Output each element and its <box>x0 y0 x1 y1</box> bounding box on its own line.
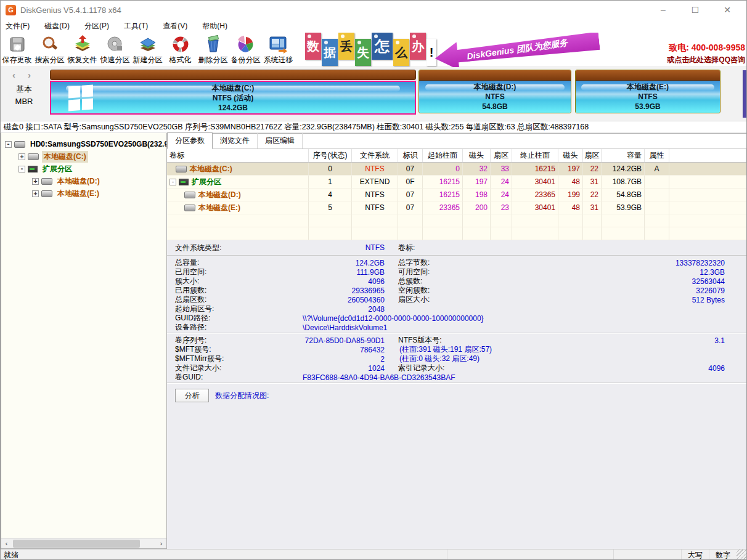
toolbar-label: 搜索分区 <box>35 55 65 65</box>
detail-row: 卷序列号:72DA-85D0-DA85-90D1 NTFS版本号:3.1 <box>167 335 746 344</box>
analyze-button[interactable]: 分析 <box>175 389 209 402</box>
partition-block-e[interactable]: 本地磁盘(E:) NTFS 53.9GB <box>575 70 720 113</box>
tree-item-extended-partition[interactable]: - 扩展分区 <box>1 163 166 175</box>
new-partition-button[interactable]: 新建分区 <box>131 33 164 67</box>
partition-d-name: 本地磁盘(D:) <box>474 82 516 92</box>
windows-logo-icon <box>68 84 93 111</box>
toolbar-label: 恢复文件 <box>68 55 97 65</box>
delete-partition-icon <box>203 34 224 55</box>
close-button[interactable]: ✕ <box>720 5 734 15</box>
menu-tools[interactable]: 工具(T) <box>124 21 148 31</box>
system-migrate-icon <box>268 34 289 55</box>
detail-row: 文件记录大小:1024 索引记录大小:4096 <box>167 363 746 372</box>
save-icon <box>7 34 28 55</box>
banner-tile: 怎 <box>372 33 393 60</box>
expand-icon[interactable]: + <box>18 153 25 160</box>
quick-partition-button[interactable]: 快速分区 <box>99 33 131 67</box>
tab-partition-parameters[interactable]: 分区参数 <box>167 132 213 149</box>
partition-block-d[interactable]: 本地磁盘(D:) NTFS 54.8GB <box>418 70 571 113</box>
table-row-local-disk-e[interactable]: 本地磁盘(E:) 5 NTFS 07 23365 200 23 30401 48… <box>167 201 746 214</box>
next-disk-edge <box>743 70 746 118</box>
detail-row: 总容量:124.2GB 总字节数:133378232320 <box>167 258 746 267</box>
toolbar-label: 删除分区 <box>198 55 228 65</box>
save-changes-button[interactable]: 保存更改 <box>1 33 33 67</box>
toolbar-label: 快速分区 <box>100 55 130 65</box>
tab-browse-files[interactable]: 浏览文件 <box>213 133 258 148</box>
partition-c-size: 124.2GB <box>212 103 255 113</box>
scroll-right-icon[interactable]: › <box>156 540 166 547</box>
table-row-local-disk-d[interactable]: 本地磁盘(D:) 4 NTFS 07 16215 198 24 23365 19… <box>167 189 746 201</box>
partition-e-size: 53.9GB <box>627 102 669 112</box>
partition-block-c[interactable]: 本地磁盘(C:) NTFS (活动) 124.2GB <box>50 70 416 115</box>
partition-icon <box>41 178 52 185</box>
banner-phone-number: 致电: 400-008-9958 <box>667 43 745 54</box>
tree-item-disk-hd0[interactable]: - HD0:SamsungSSD750EVO250GB(232.9GB) <box>1 138 166 150</box>
disk-nav-arrows[interactable]: ‹ › <box>1 70 47 80</box>
partition-d-fs: NTFS <box>474 92 516 102</box>
table-row-local-disk-c[interactable]: 本地磁盘(C:) 0 NTFS 07 0 32 33 16215 197 22 … <box>167 163 746 176</box>
quick-partition-icon <box>105 34 126 55</box>
tab-bar: 分区参数 浏览文件 扇区编辑 <box>167 134 746 149</box>
tree-item-local-disk-e[interactable]: + 本地磁盘(E:) <box>1 187 166 200</box>
partition-e-fs: NTFS <box>627 92 669 102</box>
toolbar: 保存更改 搜索分区 恢复文件 快速分区 新建分区 格式化 删除分区 <box>1 33 746 67</box>
expand-icon[interactable]: + <box>32 178 39 185</box>
partition-e-name: 本地磁盘(E:) <box>627 82 669 92</box>
extended-partition-icon <box>28 166 38 172</box>
tree-item-local-disk-d[interactable]: + 本地磁盘(D:) <box>1 175 166 187</box>
system-migrate-button[interactable]: 系统迁移 <box>262 33 295 67</box>
toolbar-label: 新建分区 <box>133 55 163 65</box>
volume-label-label: 卷标: <box>398 243 521 253</box>
banner-arrow: DiskGenius 团队为您服务 <box>433 33 600 67</box>
minimize-button[interactable]: – <box>656 5 670 15</box>
banner-tile: 据 <box>322 39 338 66</box>
banner-tile: 办 <box>410 33 426 60</box>
tab-sector-edit[interactable]: 扇区编辑 <box>258 133 303 148</box>
menu-disk[interactable]: 磁盘(D) <box>44 21 70 31</box>
collapse-icon[interactable]: - <box>169 179 176 185</box>
delete-partition-button[interactable]: 删除分区 <box>197 33 229 67</box>
fs-type-value: NTFS <box>281 243 398 252</box>
detail-row-volume-guid: 卷GUID: F83FC688-48A0-4D94-BA6B-CD3263543… <box>167 372 746 381</box>
banner-qq-link[interactable]: 或点击此处选择QQ咨询 <box>667 55 745 65</box>
banner-arrow-text: DiskGenius 团队为您服务 <box>466 38 568 63</box>
menu-help[interactable]: 帮助(H) <box>202 21 227 31</box>
partition-table: 卷标 序号(状态) 文件系统 标识 起始柱面 磁头 扇区 终止柱面 磁头 扇区 … <box>167 149 746 240</box>
search-partition-button[interactable]: 搜索分区 <box>33 33 66 67</box>
detail-row: $MFT簇号:786432 (柱面:391 磁头:191 扇区:57) <box>167 344 746 354</box>
search-icon <box>39 34 60 55</box>
scrollbar-thumb[interactable] <box>13 540 140 548</box>
fs-type-label: 文件系统类型: <box>175 243 281 253</box>
collapse-icon[interactable]: - <box>18 166 25 172</box>
expand-icon[interactable]: + <box>32 190 39 197</box>
detail-row: 簇大小:4096 总簇数:32563044 <box>167 276 746 285</box>
status-bar: 就绪 大写 数字 <box>1 549 746 560</box>
tree-item-local-disk-c[interactable]: + 本地磁盘(C:) <box>1 150 166 163</box>
capacity-bar-c <box>50 70 416 80</box>
capacity-bar-d <box>419 70 571 81</box>
menu-file[interactable]: 文件(F) <box>6 21 30 31</box>
separator <box>167 255 746 256</box>
recover-files-button[interactable]: 恢复文件 <box>66 33 99 67</box>
partition-map: ‹ › 基本 MBR 本地磁盘(C:) NTFS (活动) 124.2GB 本地… <box>1 67 746 121</box>
backup-partition-button[interactable]: 备份分区 <box>229 33 262 67</box>
collapse-icon[interactable]: - <box>5 141 12 148</box>
toolbar-label: 系统迁移 <box>264 55 293 65</box>
resize-grip[interactable] <box>737 550 746 560</box>
banner-tile: 数 <box>305 33 321 60</box>
format-button[interactable]: 格式化 <box>164 33 197 67</box>
detail-row: 已用空间:111.9GB 可用空间:12.3GB <box>167 267 746 276</box>
promo-banner[interactable]: 数 据 丢 失 怎 么 办 ! DiskGenius 团队为您服务 致电: 40… <box>304 33 747 67</box>
tree-horizontal-scrollbar[interactable]: ‹ › <box>1 538 166 548</box>
menu-bar: 文件(F) 磁盘(D) 分区(P) 工具(T) 查看(V) 帮助(H) <box>1 19 746 33</box>
toolbar-label: 格式化 <box>169 55 192 65</box>
scroll-left-icon[interactable]: ‹ <box>1 540 12 547</box>
menu-view[interactable]: 查看(V) <box>163 21 187 31</box>
maximize-button[interactable]: ☐ <box>688 5 702 15</box>
backup-partition-icon <box>235 34 256 55</box>
disk-type-label: 基本 <box>1 84 47 95</box>
menu-partition[interactable]: 分区(P) <box>84 21 109 31</box>
table-row-extended-partition[interactable]: -扩展分区 1 EXTEND 0F 16215 197 24 30401 48 … <box>167 176 746 189</box>
partition-icon <box>41 190 52 197</box>
status-num-lock: 数字 <box>709 550 737 560</box>
